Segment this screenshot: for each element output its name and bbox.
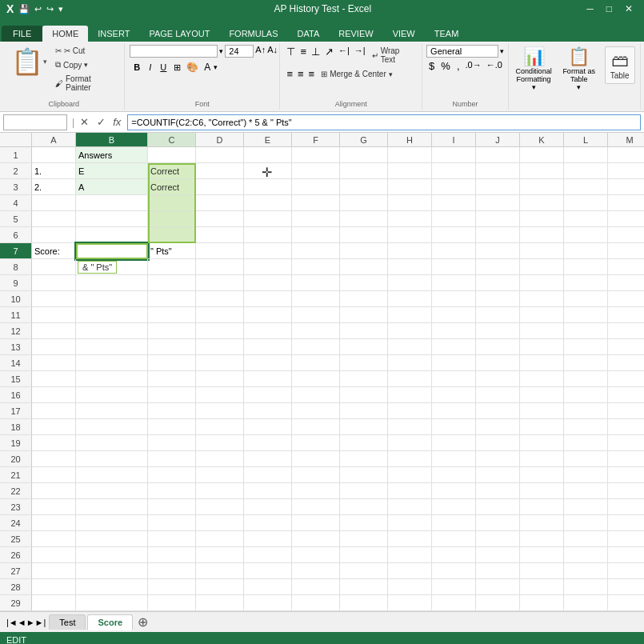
font-size-increase-icon[interactable]: A↑ <box>255 45 266 58</box>
cell-B29[interactable] <box>76 595 148 611</box>
cell-K24[interactable] <box>520 515 564 531</box>
cell-D22[interactable] <box>196 483 244 499</box>
cell-D13[interactable] <box>196 339 244 355</box>
cell-M11[interactable] <box>608 307 644 323</box>
align-left-icon[interactable]: ≡ <box>285 67 294 81</box>
cell-B2[interactable]: E <box>76 163 148 179</box>
cell-I1[interactable] <box>432 147 476 163</box>
cell-E29[interactable] <box>244 595 292 611</box>
cell-E1[interactable] <box>244 147 292 163</box>
cell-H17[interactable] <box>388 403 432 419</box>
cell-F28[interactable] <box>292 579 340 595</box>
cell-J21[interactable] <box>476 467 520 483</box>
cell-H27[interactable] <box>388 563 432 579</box>
cell-L7[interactable] <box>564 243 608 259</box>
cell-C11[interactable] <box>148 307 196 323</box>
format-painter-button[interactable]: 🖌 Format Painter <box>52 73 119 94</box>
cell-L1[interactable] <box>564 147 608 163</box>
cell-J6[interactable] <box>476 227 520 243</box>
cell-K25[interactable] <box>520 531 564 547</box>
row-num-19[interactable]: 19 <box>0 435 32 451</box>
cell-E20[interactable] <box>244 451 292 467</box>
cell-L2[interactable] <box>564 163 608 179</box>
cell-M29[interactable] <box>608 595 644 611</box>
add-sheet-button[interactable]: ⊕ <box>134 614 151 630</box>
cell-L11[interactable] <box>564 307 608 323</box>
row-num-16[interactable]: 16 <box>0 387 32 403</box>
cell-M26[interactable] <box>608 547 644 563</box>
cell-C17[interactable] <box>148 403 196 419</box>
cell-I22[interactable] <box>432 483 476 499</box>
cell-F6[interactable] <box>292 227 340 243</box>
row-num-4[interactable]: 4 <box>0 195 32 211</box>
cell-C22[interactable] <box>148 483 196 499</box>
cell-G9[interactable] <box>340 275 388 291</box>
percent-icon[interactable]: % <box>438 59 453 73</box>
cell-H22[interactable] <box>388 483 432 499</box>
cell-C13[interactable] <box>148 339 196 355</box>
sheet-scroll-next-icon[interactable]: ► <box>26 618 35 627</box>
cell-E4[interactable] <box>244 195 292 211</box>
cell-G18[interactable] <box>340 419 388 435</box>
cell-C21[interactable] <box>148 467 196 483</box>
col-header-j[interactable]: J <box>476 133 520 146</box>
cell-K7[interactable] <box>520 243 564 259</box>
cell-E22[interactable] <box>244 483 292 499</box>
decimal-increase-icon[interactable]: .0→ <box>464 59 483 73</box>
cell-M14[interactable] <box>608 355 644 371</box>
tab-home[interactable]: HOME <box>42 26 88 42</box>
cell-I6[interactable] <box>432 227 476 243</box>
cell-M5[interactable] <box>608 211 644 227</box>
cell-B27[interactable] <box>76 563 148 579</box>
cell-H5[interactable] <box>388 211 432 227</box>
tab-view[interactable]: VIEW <box>383 26 425 42</box>
cell-C15[interactable] <box>148 371 196 387</box>
cell-A28[interactable] <box>32 579 76 595</box>
cell-F20[interactable] <box>292 451 340 467</box>
align-center-icon[interactable]: ≡ <box>296 67 306 81</box>
cell-M21[interactable] <box>608 467 644 483</box>
cell-L26[interactable] <box>564 547 608 563</box>
cell-F29[interactable] <box>292 595 340 611</box>
cell-K23[interactable] <box>520 499 564 515</box>
cell-F5[interactable] <box>292 211 340 227</box>
cell-H14[interactable] <box>388 355 432 371</box>
cell-F27[interactable] <box>292 563 340 579</box>
cell-F1[interactable] <box>292 147 340 163</box>
cell-I19[interactable] <box>432 435 476 451</box>
cell-A11[interactable] <box>32 307 76 323</box>
cell-C12[interactable] <box>148 323 196 339</box>
cell-J4[interactable] <box>476 195 520 211</box>
cell-E19[interactable] <box>244 435 292 451</box>
cell-M23[interactable] <box>608 499 644 515</box>
cell-H4[interactable] <box>388 195 432 211</box>
cell-A2[interactable]: 1. <box>32 163 76 179</box>
cell-B12[interactable] <box>76 323 148 339</box>
cell-B13[interactable] <box>76 339 148 355</box>
align-top-icon[interactable]: ⊤ <box>285 45 297 66</box>
merge-dropdown-icon[interactable]: ▾ <box>389 70 393 78</box>
cell-D7[interactable] <box>196 243 244 259</box>
cell-C10[interactable] <box>148 291 196 307</box>
cell-D23[interactable] <box>196 499 244 515</box>
col-header-m[interactable]: M <box>608 133 644 146</box>
tab-formulas[interactable]: FORMULAS <box>219 26 287 42</box>
cell-L21[interactable] <box>564 467 608 483</box>
cell-L19[interactable] <box>564 435 608 451</box>
cell-E25[interactable] <box>244 531 292 547</box>
cell-G25[interactable] <box>340 531 388 547</box>
cell-G3[interactable] <box>340 179 388 195</box>
cell-J26[interactable] <box>476 547 520 563</box>
cell-A18[interactable] <box>32 419 76 435</box>
cell-H8[interactable] <box>388 259 432 275</box>
row-num-13[interactable]: 13 <box>0 339 32 355</box>
cell-E14[interactable] <box>244 355 292 371</box>
font-name-input[interactable] <box>130 45 218 58</box>
minimize-icon[interactable]: ─ <box>582 3 598 14</box>
cell-C8[interactable] <box>148 259 196 275</box>
cell-B20[interactable] <box>76 451 148 467</box>
cell-D21[interactable] <box>196 467 244 483</box>
sheet-scroll-prev-icon[interactable]: ◄ <box>18 618 26 627</box>
cell-L12[interactable] <box>564 323 608 339</box>
cell-D16[interactable] <box>196 387 244 403</box>
